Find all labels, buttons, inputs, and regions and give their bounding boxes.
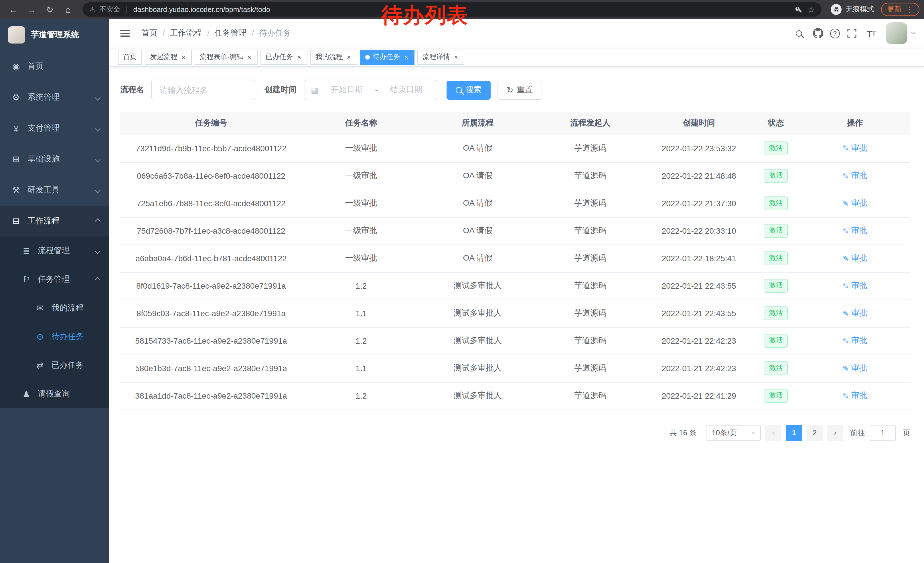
tab[interactable]: 待办任务 × [360,50,414,65]
tab-label: 发起流程 [150,52,177,62]
github-icon[interactable] [811,26,825,41]
cell-process: OA 请假 [420,245,535,272]
approve-link[interactable]: ✎ 审批 [843,281,867,291]
sidebar-item-done-task[interactable]: ⇄ 已办任务 [0,351,109,380]
search-button[interactable]: 搜索 [447,81,490,99]
cell-task-id: 580e1b3d-7ac8-11ec-a9e2-a2380e71991a [120,354,302,382]
help-icon[interactable]: ? [830,29,840,38]
reload-icon[interactable]: ↻ [41,2,58,18]
font-size-icon[interactable]: TT [864,26,879,41]
column-header: 流程发起人 [535,112,645,135]
sidebar-item-workflow[interactable]: ⊟ 工作流程 [0,206,109,237]
breadcrumb-link[interactable]: 任务管理 [214,28,247,38]
tab-close-icon[interactable]: × [180,53,187,61]
tab[interactable]: 我的流程 × [310,50,357,65]
sidebar-item-payment[interactable]: ¥ 支付管理 [0,113,109,144]
update-label: 更新 [887,5,902,14]
column-header: 创建时间 [645,112,752,135]
page-size-value: 10条/页 [712,428,737,438]
todo-table: 任务编号任务名称所属流程流程发起人创建时间状态操作 73211d9d-7b9b-… [120,112,910,410]
sidebar-toggle[interactable] [118,27,132,39]
cell-status: 激活 [752,354,800,382]
flag-icon: ⚐ [20,274,33,285]
approve-link[interactable]: ✎ 审批 [843,198,867,209]
tab-close-icon[interactable]: × [346,53,352,61]
cell-create-time: 2022-01-22 21:48:48 [645,162,752,189]
approve-link[interactable]: ✎ 审批 [843,226,867,236]
avatar-caret-icon[interactable] [911,30,915,35]
cell-task-name: 1.2 [302,327,420,354]
sidebar-item-leave-query[interactable]: ♟ 请假查询 [0,380,109,408]
sidebar-item-task-mgmt[interactable]: ⚐ 任务管理 [0,265,109,294]
approve-link[interactable]: ✎ 审批 [843,336,867,346]
fullscreen-icon[interactable] [844,26,859,41]
process-name-input[interactable] [151,80,255,100]
cell-create-time: 2022-01-22 21:37:30 [645,189,752,217]
page-size-select[interactable]: 10条/页 [706,425,761,441]
back-icon[interactable]: ← [4,2,22,18]
tab[interactable]: 发起流程 × [145,50,192,65]
cell-initiator: 芋道源码 [535,162,645,189]
cell-create-time: 2022-01-22 20:33:10 [645,217,752,245]
cell-create-time: 2022-01-21 22:42:23 [645,354,752,382]
sidebar-item-home[interactable]: ◉ 首页 [0,51,109,82]
tab[interactable]: 流程详情 × [417,50,464,65]
prev-page-button[interactable]: ‹ [765,425,782,441]
cell-process: OA 请假 [420,189,535,217]
browser-home-icon[interactable]: ⌂ [60,2,77,18]
date-range-picker[interactable]: ▦ 开始日期 - 结束日期 [304,80,437,100]
tab-close-icon[interactable]: × [246,53,252,61]
column-header: 状态 [752,112,800,135]
screenshot-root: ← → ↻ ⌂ ⚠ 不安全 dashboard.yudao.iocoder.cn… [0,0,924,563]
forward-icon[interactable]: → [23,2,40,18]
avatar[interactable] [886,23,908,44]
cell-initiator: 芋道源码 [535,272,645,300]
approve-link[interactable]: ✎ 审批 [843,143,867,153]
approve-link[interactable]: ✎ 审批 [843,390,867,401]
approve-link[interactable]: ✎ 审批 [843,308,867,318]
tab[interactable]: 首页 [118,50,142,65]
tab[interactable]: 已办任务 × [261,50,308,65]
tab[interactable]: 流程表单-编辑 × [195,50,258,65]
sidebar: 芋道管理系统 ◉ 首页 ⚙ 系统管理 ¥ 支付管理 ⊞ [0,19,109,563]
breadcrumb-link[interactable]: 待办任务 [259,28,291,38]
page-numbers: 12 [786,425,823,441]
reset-button[interactable]: ↻ 重置 [498,81,542,99]
edit-icon: ✎ [843,227,849,235]
update-button[interactable]: 更新 ⋮ [881,3,920,16]
page-number-button[interactable]: 1 [786,425,802,441]
sidebar-item-system[interactable]: ⚙ 系统管理 [0,82,109,113]
key-icon[interactable] [795,6,804,14]
bookmark-star-icon[interactable]: ☆ [807,5,814,14]
sidebar-item-my-process[interactable]: ✉ 我的流程 [0,294,109,323]
total-count: 共 16 条 [669,428,697,438]
approve-link[interactable]: ✎ 审批 [843,253,867,263]
cell-task-name: 1.1 [302,300,420,327]
sidebar-item-label: 首页 [27,61,44,72]
sidebar-item-infrastructure[interactable]: ⊞ 基础设施 [0,144,109,175]
tab-label: 已办任务 [266,52,293,62]
tab-close-icon[interactable]: × [453,53,459,61]
approve-link[interactable]: ✎ 审批 [843,171,867,181]
breadcrumb-link[interactable]: 工作流程 [170,28,202,38]
approve-link[interactable]: ✎ 审批 [843,363,867,374]
next-page-button[interactable]: › [827,425,843,441]
sidebar-item-devtools[interactable]: ⚒ 研发工具 [0,175,109,206]
sidebar-item-process-mgmt[interactable]: ≣ 流程管理 [0,237,109,265]
table-row: 8f0d1619-7ac8-11ec-a9e2-a2380e71991a 1.2… [120,272,910,300]
tab-close-icon[interactable]: × [296,53,302,61]
menu-kebab-icon[interactable]: ⋮ [906,6,913,13]
sidebar-item-todo-task[interactable]: ⊙ 待办任务 [0,323,109,351]
breadcrumb-item: 首页 / [141,28,170,38]
goto-page-input[interactable] [870,425,896,441]
search-icon[interactable] [791,26,806,41]
app-logo[interactable]: 芋道管理系统 [0,19,109,51]
breadcrumb-separator: / [252,29,254,38]
tab-label: 首页 [123,52,137,62]
cell-action: ✎ 审批 [800,272,910,300]
page-number-button[interactable]: 2 [807,425,823,441]
tab-close-icon[interactable]: × [403,53,410,61]
column-header: 任务编号 [120,112,302,135]
breadcrumb-link[interactable]: 首页 [141,28,158,38]
cell-process: 测试多审批人 [420,327,535,354]
